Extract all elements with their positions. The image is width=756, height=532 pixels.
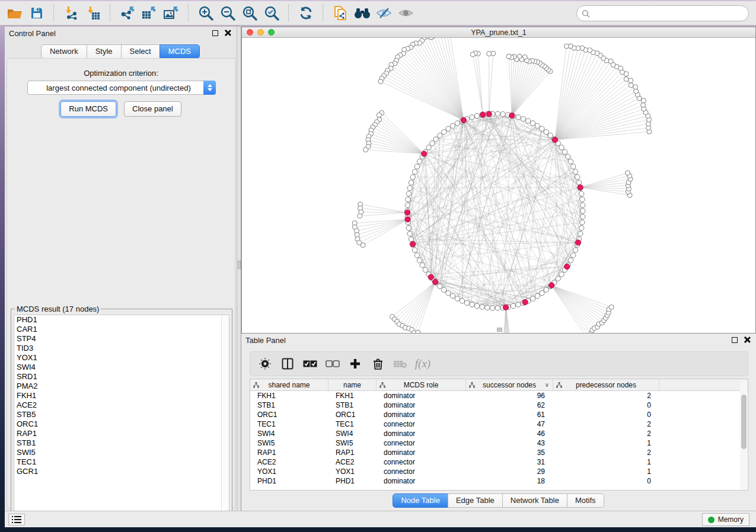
- network-node[interactable]: [406, 191, 411, 196]
- mcds-node[interactable]: [575, 240, 580, 245]
- table-scrollbar-thumb[interactable]: [741, 395, 747, 449]
- hide-selected-button[interactable]: [373, 3, 395, 23]
- result-node-item[interactable]: STP4: [14, 334, 229, 344]
- result-node-item[interactable]: ORC1: [14, 419, 229, 429]
- result-node-item[interactable]: CAR1: [14, 325, 229, 334]
- network-leaf-node[interactable]: [564, 44, 569, 49]
- network-node[interactable]: [580, 220, 585, 225]
- network-leaf-node[interactable]: [361, 243, 365, 248]
- export-image-button[interactable]: [160, 3, 182, 23]
- network-node[interactable]: [540, 126, 544, 131]
- zoom-selected-button[interactable]: [260, 3, 282, 23]
- network-node[interactable]: [580, 197, 585, 201]
- create-column-button[interactable]: [347, 356, 363, 371]
- network-node[interactable]: [578, 231, 583, 236]
- network-hscroll-thumb[interactable]: [497, 328, 502, 332]
- network-node[interactable]: [570, 164, 575, 169]
- result-node-item[interactable]: ACE2: [14, 400, 229, 410]
- zoom-out-button[interactable]: [216, 3, 238, 23]
- close-panel-icon[interactable]: [744, 336, 750, 343]
- network-node[interactable]: [570, 253, 575, 258]
- network-leaf-node[interactable]: [377, 113, 381, 117]
- network-node[interactable]: [480, 305, 484, 309]
- network-node[interactable]: [495, 306, 500, 310]
- column-header-shared-name[interactable]: shared name: [250, 379, 328, 390]
- network-node[interactable]: [407, 185, 412, 190]
- close-panel-button[interactable]: Close panel: [124, 101, 181, 117]
- result-node-item[interactable]: SWI4: [14, 363, 229, 372]
- mcds-node[interactable]: [552, 137, 557, 142]
- network-node[interactable]: [417, 159, 422, 164]
- mcds-node[interactable]: [578, 185, 583, 190]
- search-field[interactable]: [576, 5, 749, 21]
- network-node[interactable]: [412, 248, 417, 252]
- tab-select[interactable]: Select: [121, 44, 160, 59]
- tab-network[interactable]: Network: [41, 44, 87, 59]
- result-node-item[interactable]: TEC1: [14, 457, 229, 467]
- result-node-item[interactable]: RAP1: [14, 429, 229, 438]
- network-node[interactable]: [535, 123, 540, 128]
- network-node[interactable]: [442, 287, 446, 292]
- network-leaf-node[interactable]: [642, 98, 646, 103]
- result-node-item[interactable]: YOX1: [14, 353, 229, 363]
- network-leaf-node[interactable]: [624, 77, 629, 82]
- show-all-button[interactable]: [395, 3, 417, 23]
- network-node[interactable]: [423, 267, 428, 272]
- network-node[interactable]: [446, 290, 451, 295]
- network-node[interactable]: [562, 149, 567, 154]
- tab-mcds[interactable]: MCDS: [160, 44, 200, 59]
- mcds-node[interactable]: [410, 241, 415, 246]
- mcds-node[interactable]: [503, 305, 508, 310]
- network-node[interactable]: [414, 164, 419, 169]
- network-node[interactable]: [530, 296, 535, 301]
- network-node[interactable]: [500, 111, 505, 116]
- network-node[interactable]: [438, 133, 442, 137]
- network-node[interactable]: [495, 111, 500, 116]
- network-leaf-node[interactable]: [625, 171, 630, 175]
- network-node[interactable]: [576, 180, 581, 185]
- network-node[interactable]: [430, 141, 435, 146]
- column-header-predecessor-nodes[interactable]: predecessor nodes: [553, 379, 659, 390]
- network-node[interactable]: [446, 126, 451, 131]
- network-node[interactable]: [405, 203, 410, 207]
- network-node[interactable]: [579, 191, 583, 196]
- network-node[interactable]: [460, 299, 464, 303]
- export-network-button[interactable]: [116, 3, 138, 23]
- table-row[interactable]: YOX1YOX1connector291: [250, 467, 748, 476]
- network-leaf-node[interactable]: [378, 79, 383, 84]
- search-input[interactable]: [593, 9, 748, 18]
- network-leaf-node[interactable]: [416, 330, 420, 333]
- result-node-item[interactable]: PHD1: [14, 315, 229, 325]
- network-node[interactable]: [575, 175, 580, 180]
- mcds-node[interactable]: [405, 217, 410, 222]
- network-node[interactable]: [406, 197, 410, 201]
- network-node[interactable]: [426, 145, 431, 150]
- result-node-item[interactable]: STB1: [14, 438, 229, 448]
- mcds-node[interactable]: [432, 279, 438, 284]
- result-list-scrollbar[interactable]: [221, 315, 229, 525]
- show-task-history-button[interactable]: [8, 514, 25, 525]
- network-node[interactable]: [540, 290, 544, 295]
- import-network-button[interactable]: [60, 3, 82, 23]
- network-leaf-node[interactable]: [363, 148, 368, 152]
- result-node-item[interactable]: TID3: [14, 344, 229, 353]
- mcds-result-list[interactable]: PHD1CAR1STP4TID3YOX1SWI4SRD1PMA2FKH1ACE2…: [14, 315, 229, 525]
- zoom-fit-button[interactable]: [238, 3, 260, 23]
- network-node[interactable]: [409, 180, 413, 185]
- result-node-item[interactable]: STB5: [14, 410, 229, 419]
- mcds-node[interactable]: [486, 111, 492, 117]
- table-row[interactable]: FKH1FKH1dominator962: [250, 391, 748, 400]
- open-file-button[interactable]: [4, 3, 25, 23]
- float-panel-icon[interactable]: [212, 30, 218, 36]
- network-node[interactable]: [548, 133, 553, 137]
- table-row[interactable]: SWI5SWI5connector431: [250, 438, 748, 448]
- mcds-node[interactable]: [422, 151, 427, 156]
- column-header-name[interactable]: name: [328, 379, 377, 390]
- network-node[interactable]: [535, 293, 540, 298]
- network-leaf-node[interactable]: [429, 38, 433, 40]
- find-button[interactable]: [351, 3, 373, 23]
- network-node[interactable]: [409, 237, 413, 242]
- table-tab-network-table[interactable]: Network Table: [502, 493, 567, 508]
- export-table-button[interactable]: [138, 3, 160, 23]
- network-leaf-node[interactable]: [506, 54, 511, 59]
